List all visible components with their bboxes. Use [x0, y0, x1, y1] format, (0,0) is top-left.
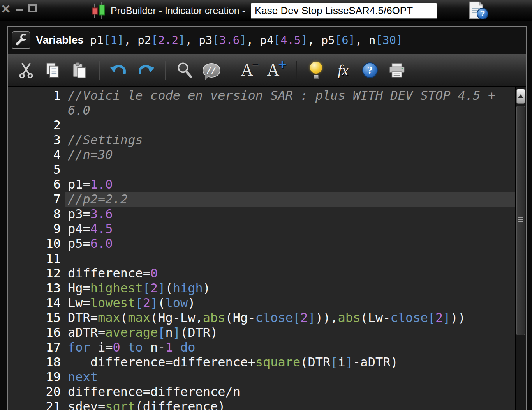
cut-button[interactable]: [15, 58, 37, 83]
variable-value: 1: [110, 34, 117, 47]
scroll-up-button[interactable]: [516, 89, 525, 104]
code-text[interactable]: [65, 162, 515, 177]
line-number: 2: [8, 118, 65, 133]
code-editor[interactable]: 1//Voici le code en version SAR : plus W…: [8, 87, 526, 410]
line-number: 9: [8, 221, 65, 236]
lightbulb-icon: [310, 62, 322, 79]
code-line[interactable]: 11: [8, 251, 515, 266]
help-icon: ?: [362, 62, 378, 78]
font-increase-button[interactable]: A+: [266, 58, 289, 83]
candlestick-chart-icon: [90, 2, 107, 19]
undo-icon: [109, 62, 129, 78]
comment-icon: //: [203, 63, 220, 78]
code-text[interactable]: p4=4.5: [65, 221, 515, 236]
hint-button[interactable]: [305, 58, 328, 83]
code-line[interactable]: 18 difference=difference+square(DTR[i]-a…: [8, 355, 515, 369]
code-line[interactable]: 9p4=4.5: [8, 221, 515, 236]
toolbar-separator: [99, 61, 100, 80]
code-text[interactable]: Lw=lowest[2](low): [65, 295, 515, 310]
redo-button[interactable]: [134, 58, 157, 83]
code-line[interactable]: 21sdev=sqrt(difference): [8, 399, 515, 410]
variable-value: 6: [342, 34, 348, 47]
code-text[interactable]: Hg=highest[2](high): [65, 281, 515, 295]
code-line[interactable]: 5: [8, 162, 515, 177]
code-line[interactable]: 6p1=1.0: [8, 177, 515, 192]
line-number: 4: [8, 147, 65, 162]
paste-icon: [71, 61, 89, 79]
code-text[interactable]: p1=1.0: [65, 177, 515, 192]
line-number: 21: [8, 399, 65, 410]
font-decrease-button[interactable]: A−: [239, 58, 262, 83]
code-text[interactable]: sdev=sqrt(difference): [65, 399, 515, 410]
copy-button[interactable]: [42, 58, 64, 83]
code-line[interactable]: 13Hg=highest[2](high): [8, 281, 515, 295]
code-line[interactable]: 7//p2=2.2: [8, 192, 515, 207]
editor-scrollbar[interactable]: [515, 87, 526, 410]
code-text[interactable]: [65, 118, 515, 133]
font-increase-icon: A: [267, 62, 280, 79]
line-number: 17: [8, 340, 65, 355]
code-line[interactable]: 16aDTR=average[n](DTR): [8, 325, 515, 340]
line-number: 12: [8, 266, 65, 281]
documentation-help-button[interactable]: ?: [467, 0, 490, 21]
code-line[interactable]: 10p5=6.0: [8, 236, 515, 251]
code-line[interactable]: 15DTR=max(max(Hg-Lw,abs(Hg-close[2])),ab…: [8, 310, 515, 325]
code-line[interactable]: 20difference=difference/n: [8, 384, 515, 399]
code-line[interactable]: 3//Settings: [8, 133, 515, 147]
code-text[interactable]: difference=difference/n: [65, 384, 515, 399]
code-text[interactable]: aDTR=average[n](DTR): [65, 325, 515, 340]
code-text[interactable]: //Settings: [65, 133, 515, 147]
variables-list: p1[1], p2[2.2], p3[3.6], p4[4.5], p5[6],…: [90, 34, 403, 47]
code-text[interactable]: p5=6.0: [65, 236, 515, 251]
code-line[interactable]: 19next: [8, 369, 515, 384]
variables-settings-button[interactable]: [12, 31, 30, 49]
scrollbar-thumb[interactable]: [516, 106, 525, 335]
font-decrease-icon: A: [241, 62, 253, 79]
maximize-button[interactable]: [28, 4, 37, 12]
code-line[interactable]: 12difference=0: [8, 266, 515, 281]
search-button[interactable]: [173, 58, 196, 83]
paste-button[interactable]: [69, 58, 91, 83]
variable-value: 4.5: [280, 34, 301, 47]
minimize-icon: [16, 9, 23, 11]
code-text[interactable]: //n=30: [65, 147, 515, 162]
print-icon: [388, 62, 406, 78]
maximize-icon: [28, 4, 37, 12]
up-arrow-icon: [518, 94, 523, 98]
code-line[interactable]: 14Lw=lowest[2](low): [8, 295, 515, 310]
print-button[interactable]: [386, 58, 408, 83]
line-number: 20: [8, 384, 65, 399]
code-text[interactable]: //Voici le code en version SAR : plus WI…: [65, 88, 515, 118]
insert-function-button[interactable]: fx: [332, 58, 354, 83]
function-icon: fx: [338, 62, 348, 79]
code-text[interactable]: next: [65, 369, 515, 384]
code-text[interactable]: difference=difference+square(DTR[i]-aDTR…: [65, 355, 515, 369]
code-text[interactable]: DTR=max(max(Hg-Lw,abs(Hg-close[2])),abs(…: [65, 310, 515, 325]
window-title: ProBuilder - Indicator creation -: [111, 5, 245, 16]
code-text[interactable]: for i=0 to n-1 do: [65, 340, 515, 355]
code-text[interactable]: //p2=2.2: [65, 192, 515, 207]
close-button[interactable]: ✕: [1, 2, 11, 16]
line-number: 5: [8, 162, 65, 177]
code-line[interactable]: 4//n=30: [8, 147, 515, 162]
undo-button[interactable]: [107, 58, 130, 83]
code-text[interactable]: [65, 251, 515, 266]
variable-value: 30: [382, 34, 396, 47]
code-line[interactable]: 2: [8, 118, 515, 133]
help-button[interactable]: ?: [359, 58, 381, 83]
minimize-button[interactable]: [16, 9, 23, 11]
variable-name: p2: [137, 34, 151, 47]
titlebar[interactable]: ✕ ProBuilder - Indicator creation - ?: [0, 0, 532, 21]
code-line[interactable]: 17for i=0 to n-1 do: [8, 340, 515, 355]
code-line[interactable]: 8p3=3.6: [8, 207, 515, 221]
redo-icon: [136, 62, 155, 78]
toolbar-separator: [231, 61, 231, 80]
toolbar-separator: [296, 61, 297, 80]
code-line[interactable]: 1//Voici le code en version SAR : plus W…: [8, 88, 515, 118]
scrollbar-grip-icon: [518, 217, 523, 222]
code-text[interactable]: p3=3.6: [65, 207, 515, 221]
code-text[interactable]: difference=0: [65, 266, 515, 281]
indicator-name-input[interactable]: [251, 3, 437, 19]
wrench-icon: [14, 33, 28, 48]
comment-button[interactable]: //: [200, 58, 223, 83]
